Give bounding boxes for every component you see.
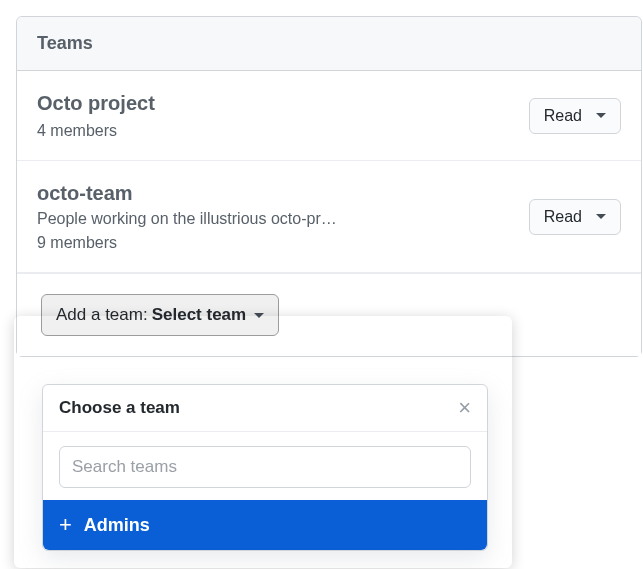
team-row: Octo project 4 members Read [17,71,641,161]
team-description: People working on the illustrious octo-p… [37,210,337,228]
permission-dropdown[interactable]: Read [529,98,621,134]
close-icon[interactable]: × [458,397,471,419]
team-members-count: 4 members [37,122,155,140]
permission-dropdown[interactable]: Read [529,199,621,235]
team-members-count: 9 members [37,234,337,252]
chevron-down-icon [596,113,606,118]
popover-title: Choose a team [59,398,180,418]
team-select-popover: Choose a team × + Admins [42,384,488,551]
chevron-down-icon [596,214,606,219]
search-teams-input[interactable] [59,446,471,488]
permission-label: Read [544,208,582,226]
team-option-label: Admins [84,515,150,536]
team-name[interactable]: octo-team [37,181,337,206]
add-team-dropdown[interactable]: Add a team: Select team [41,294,279,336]
panel-title: Teams [17,17,641,71]
teams-panel: Teams Octo project 4 members Read octo-t… [16,16,642,357]
add-team-selected: Select team [152,305,247,325]
team-row: octo-team People working on the illustri… [17,161,641,273]
team-option-admins[interactable]: + Admins [43,500,487,550]
chevron-down-icon [254,313,264,318]
add-team-prefix: Add a team: [56,305,148,325]
plus-icon: + [59,514,72,536]
permission-label: Read [544,107,582,125]
add-team-row: Add a team: Select team [17,273,641,356]
team-name[interactable]: Octo project [37,91,155,116]
